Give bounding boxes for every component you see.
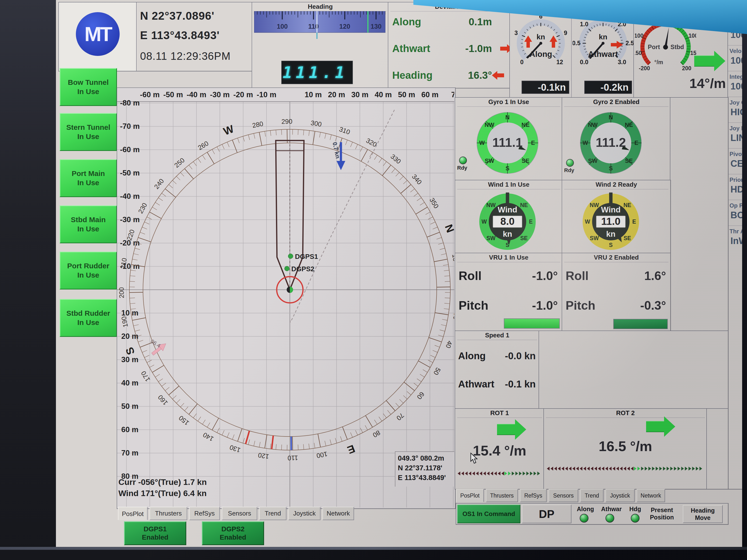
vru1-roll-value: -1.0° [532, 269, 558, 283]
tab-right-network[interactable]: Network [637, 489, 665, 502]
svg-text:310: 310 [338, 126, 351, 136]
os-in-command-button[interactable]: OS1 In Command [457, 505, 520, 523]
vru2-roll-value: 1.6° [644, 269, 666, 283]
settings-value-1[interactable]: 100 [730, 55, 742, 66]
svg-text:190: 190 [120, 316, 129, 328]
svg-text:E: E [346, 443, 357, 456]
settings-value-8[interactable]: InW [730, 236, 742, 246]
svg-text:0.5: 0.5 [573, 39, 581, 47]
sidebar-button-port-main[interactable]: Port MainIn Use [59, 159, 117, 197]
svg-text:SW: SW [588, 158, 597, 164]
svg-text:130: 130 [370, 23, 382, 30]
speed1-athwart-label: Athwart [458, 379, 494, 390]
tab-left-joystick[interactable]: Joystick [288, 507, 320, 520]
svg-text:200: 200 [682, 65, 691, 72]
athwart-red-arrow-icon [500, 47, 508, 51]
dgps2-enabled-button[interactable]: DGPS2Enabled [202, 522, 264, 545]
speed-panel: Speed 036912knAlong 0.00.51.01.52.02.53.… [510, 2, 635, 100]
settings-value-4[interactable]: LIN [730, 133, 742, 143]
mt-logo-text: MT [84, 22, 111, 46]
rot2-panel: ROT 2 16.5 °/m [543, 408, 707, 489]
tab-left-sensors[interactable]: Sensors [222, 507, 257, 520]
svg-text:Wind: Wind [601, 205, 621, 214]
svg-text:200: 200 [118, 287, 126, 298]
svg-text:80: 80 [371, 429, 382, 439]
vru1-title: VRU 1 In Use [457, 254, 560, 262]
sidebar-button-stern-tunnel[interactable]: Stern TunnelIn Use [59, 113, 117, 151]
svg-text:11.0: 11.0 [601, 216, 620, 227]
sidebar-button-bow-tunnel[interactable]: Bow TunnelIn Use [59, 68, 117, 106]
heading-title: Heading [254, 3, 386, 11]
wind2-title: Wind 2 Ready [564, 181, 668, 189]
settings-label-4: Joy Re [729, 125, 742, 132]
dp-screen: MT N 22°37.0896' E 113°43.8493' 08.11 12… [56, 0, 742, 547]
settings-value-0[interactable]: 100 [730, 30, 742, 40]
tab-left-thrusters[interactable]: Thrusters [150, 507, 187, 520]
svg-text:20 m: 20 m [121, 332, 138, 341]
svg-text:-60 m: -60 m [120, 145, 140, 154]
svg-text:NE: NE [520, 202, 528, 208]
sidebar-button-stbd-main[interactable]: Stbd MainIn Use [59, 205, 117, 243]
tab-right-thrusters[interactable]: Thrusters [486, 489, 518, 502]
settings-value-6[interactable]: HDG [730, 184, 742, 195]
svg-text:6: 6 [539, 13, 542, 20]
settings-value-2[interactable]: 100 [730, 81, 742, 91]
svg-text:40: 40 [444, 340, 454, 349]
mt-logo-icon: MT [76, 12, 120, 56]
rotation-direction-arrow-icon [694, 55, 715, 66]
sidebar-button-stbd-rudder[interactable]: Stbd RudderIn Use [59, 299, 117, 337]
svg-text:-20 m: -20 m [233, 90, 253, 99]
vru2-panel: VRU 2 Enabled Roll 1.6° Pitch -0.3° [562, 253, 671, 331]
speed1-athwart-value: -0.1 kn [505, 379, 536, 390]
svg-text:-200: -200 [639, 65, 650, 72]
svg-text:NW: NW [486, 202, 496, 208]
spare-sensor-column [670, 97, 728, 331]
tab-left-posplot[interactable]: PosPlot [118, 507, 148, 520]
svg-text:60: 60 [416, 390, 426, 401]
datetime-value: 08.11 12:29:36PM [140, 50, 231, 62]
svg-text:111.2: 111.2 [596, 135, 626, 150]
left-tabbar: PosPlot Thrusters RefSys Sensors Trend J… [117, 507, 455, 520]
svg-text:0.0: 0.0 [580, 59, 589, 65]
svg-text:50 m: 50 m [121, 402, 138, 410]
led-athwart-label: Athwar [601, 506, 622, 513]
svg-text:10 m: 10 m [305, 90, 322, 99]
svg-text:7: 7 [451, 90, 454, 99]
tab-left-network[interactable]: Network [323, 507, 354, 520]
heading-tape: 100110120130 [254, 11, 385, 41]
svg-text:N: N [505, 114, 510, 121]
svg-text:SE: SE [624, 235, 631, 241]
svg-text:NE: NE [522, 122, 530, 128]
speed-title: Speed [512, 3, 632, 11]
vru1-roll-label: Roll [459, 269, 482, 283]
svg-text:NW: NW [485, 122, 494, 128]
svg-text:20 m: 20 m [328, 90, 345, 99]
svg-text:150: 150 [178, 414, 191, 427]
settings-value-7[interactable]: BOW [730, 210, 742, 220]
wind-readout: Wind 171°(True) 6.4 kn [119, 487, 207, 499]
tab-right-joystick[interactable]: Joystick [606, 489, 635, 502]
settings-column: Posit100Velo100Integ100Joy GHIGJoy ReLIN… [727, 2, 742, 489]
present-position-button[interactable]: PresentPosition [644, 505, 680, 522]
tab-right-trend[interactable]: Trend [580, 489, 603, 502]
heading-move-button[interactable]: HeadingMove [683, 505, 723, 523]
settings-value-3[interactable]: HIG [730, 107, 742, 117]
tab-right-refsys[interactable]: RefSys [520, 489, 547, 502]
settings-label-2: Integ [729, 73, 742, 80]
svg-text:8.0: 8.0 [500, 216, 515, 227]
gyro1-rdy-label: Rdy [457, 165, 467, 171]
svg-text:12: 12 [556, 59, 563, 65]
sidebar-button-port-rudder[interactable]: Port RudderIn Use [59, 251, 117, 290]
tab-right-sensors[interactable]: Sensors [548, 489, 578, 502]
svg-text:50: 50 [679, 19, 686, 26]
tab-right-posplot[interactable]: PosPlot [456, 489, 484, 502]
tab-left-refsys[interactable]: RefSys [189, 507, 220, 520]
tab-left-trend[interactable]: Trend [259, 507, 286, 520]
svg-text:SE: SE [522, 158, 530, 164]
dgps1-enabled-button[interactable]: DGPS1Enabled [124, 522, 186, 545]
settings-value-5[interactable]: CEN [730, 158, 742, 169]
rot1-panel: ROT 1 15.4 °/m [455, 408, 544, 489]
vru2-status-bar [613, 319, 668, 329]
deviation-athwart-value: -1.0m [465, 43, 492, 54]
rot2-trend-trail [546, 465, 704, 472]
